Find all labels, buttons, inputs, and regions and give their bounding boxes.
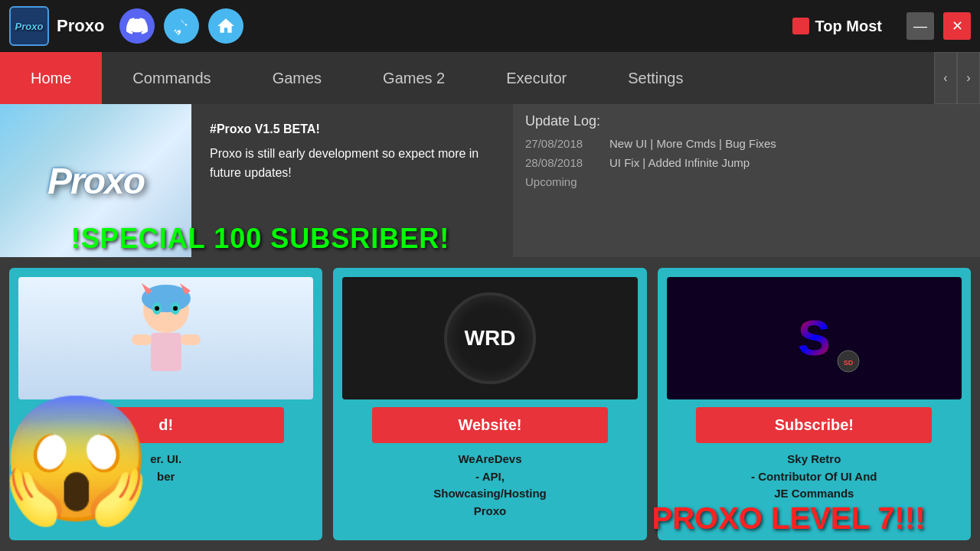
nav-arrows: ‹ › [934,52,980,104]
info-title: #Proxo V1.5 BETA! [210,119,495,139]
syringe-icon [172,16,191,36]
card-2: WRD Website! WeAreDevs - API, Showcasing… [333,268,646,540]
card3-desc: Sky Retro - Contributor Of UI And JE Com… [751,451,877,503]
svg-point-6 [155,306,159,311]
sky-retro-badge: SD [837,350,860,373]
card1-desc: er. UI. ber [150,451,181,485]
nav-home[interactable]: Home [0,52,102,104]
inject-button[interactable] [164,8,199,44]
sky-retro-logo: S SD [768,304,860,373]
nav-next-button[interactable]: › [957,52,980,104]
nav-prev-button[interactable]: ‹ [934,52,957,104]
svg-point-7 [173,306,178,311]
update-date-2: 28/08/2018 [525,156,609,169]
app-name: Proxo [57,16,104,36]
nav-executor[interactable]: Executor [475,52,597,104]
card3-button[interactable]: Subscribe! [696,407,932,443]
update-text-2: UI Fix | Added Infinite Jump [609,156,750,169]
update-date-1: 27/08/2018 [525,137,609,150]
svg-rect-8 [151,333,181,371]
update-log-area: Update Log: 27/08/2018 New UI | More Cmd… [513,104,980,257]
card2-desc: WeAreDevs - API, Showcasing/Hosting Prox… [433,451,547,520]
svg-text:SD: SD [844,359,854,367]
wrd-logo: WRD [444,292,536,384]
nav-games[interactable]: Games [242,52,352,104]
card2-image: WRD [342,277,637,399]
topmost-indicator [792,18,809,34]
info-area: #Proxo V1.5 BETA! Proxo is still early d… [191,104,513,257]
scared-emoji-overlay: 😱 [0,398,153,551]
minimize-button[interactable]: — [906,12,934,40]
sky-retro-s-letter: S [798,310,831,367]
discord-icon [126,15,148,37]
svg-rect-10 [181,334,201,345]
update-row-1: 27/08/2018 New UI | More Cmds | Bug Fixe… [525,137,968,150]
house-icon [216,16,236,36]
nav-settings[interactable]: Settings [597,52,714,104]
home-button[interactable] [208,8,243,44]
proxo-logo-area: Proxo [0,104,191,257]
anime-figure-svg [113,279,220,398]
topmost-label: Top Most [815,18,882,35]
update-text-1: New UI | More Cmds | Bug Fixes [609,137,776,150]
anime-avatar [18,277,313,399]
discord-button[interactable] [119,8,155,44]
update-upcoming-label: Upcoming [525,175,577,188]
nav-games2[interactable]: Games 2 [352,52,475,104]
card-3: S SD Subscribe! Sky Retro - Contributor … [658,268,971,540]
topmost-area: Top Most — ✕ [792,12,971,40]
update-log-title: Update Log: [525,113,968,129]
info-body: Proxo is still early development so expe… [210,144,495,183]
update-row-2: 28/08/2018 UI Fix | Added Infinite Jump [525,156,968,169]
card1-image [18,277,313,399]
title-bar: Proxo Proxo Top Most — ✕ [0,0,980,52]
proxo-logo-text: Proxo [47,160,144,202]
card3-image: S SD [667,277,962,399]
main-content: Proxo #Proxo V1.5 BETA! Proxo is still e… [0,104,980,551]
app-logo: Proxo [9,6,49,46]
svg-rect-9 [132,334,152,345]
top-section: Proxo #Proxo V1.5 BETA! Proxo is still e… [0,104,980,257]
nav-bar: Home Commands Games Games 2 Executor Set… [0,52,980,104]
close-button[interactable]: ✕ [943,12,971,40]
nav-commands[interactable]: Commands [102,52,241,104]
update-row-upcoming: Upcoming [525,175,968,188]
card2-button[interactable]: Website! [372,407,608,443]
